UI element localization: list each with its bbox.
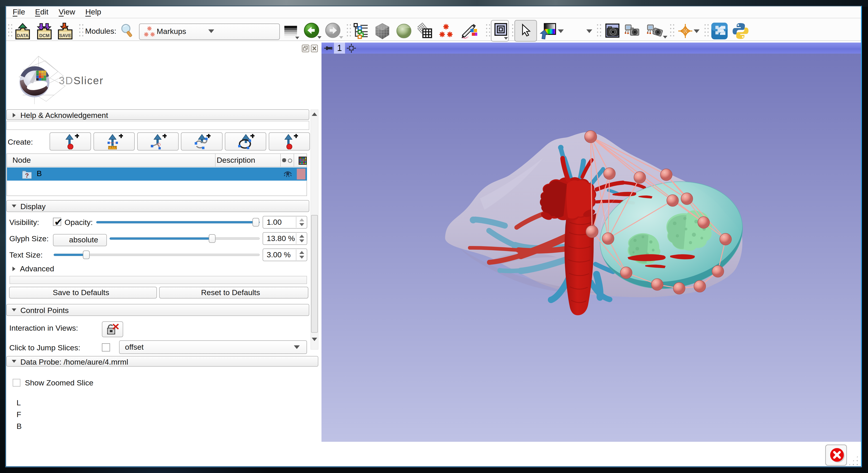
svg-text:3DSlicer: 3DSlicer (59, 75, 104, 87)
svg-text:DCM: DCM (39, 33, 50, 38)
svg-text:?: ? (25, 172, 29, 179)
svg-text:DATA: DATA (17, 33, 29, 38)
svg-text:SAVE: SAVE (59, 33, 71, 38)
